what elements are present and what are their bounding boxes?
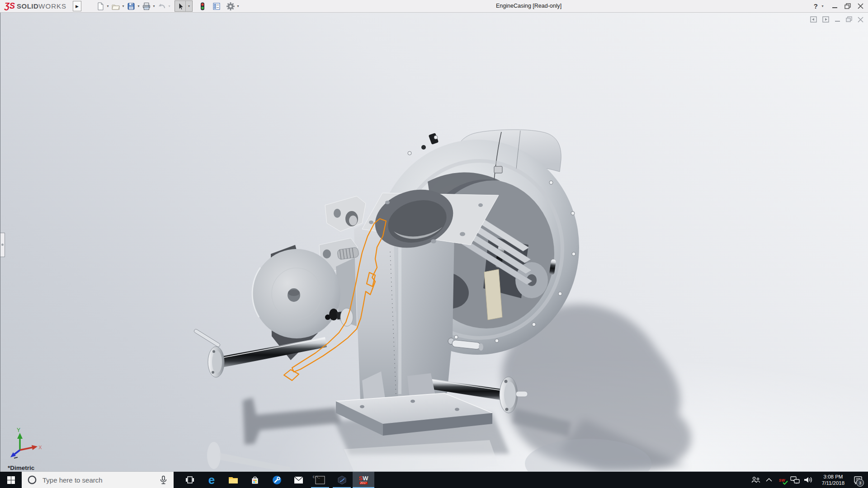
- taskbar-app-mail[interactable]: [288, 472, 309, 488]
- taskbar-app-admin-console[interactable]: [266, 472, 288, 488]
- graphics-viewport[interactable]: Y X *Dimetric: [0, 13, 868, 472]
- rebuild-button[interactable]: [197, 1, 208, 11]
- tray-clock[interactable]: 3:08 PM 7/11/2018: [816, 474, 850, 486]
- windows-logo-icon: [7, 476, 15, 484]
- triad-x-label: X: [38, 445, 42, 450]
- file-properties-icon: [212, 2, 221, 11]
- sw-icon-year: 2017: [359, 482, 368, 485]
- taskbar-app-store[interactable]: [244, 472, 266, 488]
- print-icon: [142, 2, 151, 11]
- tray-network-button[interactable]: [788, 472, 802, 488]
- command-prompt-glyph: C:\_: [313, 476, 320, 479]
- solidworks-logo: ƷS SOLID WORKS: [5, 1, 66, 11]
- tray-solidworks-monitor[interactable]: sw: [775, 472, 788, 488]
- pane-right-icon[interactable]: [822, 16, 829, 23]
- undo-icon: [157, 2, 166, 11]
- edge-icon: e: [208, 474, 215, 486]
- options-dropdown-caret[interactable]: ▾: [236, 4, 241, 8]
- taskbar-app-file-explorer[interactable]: [222, 472, 244, 488]
- save-button[interactable]: [126, 1, 136, 11]
- search-input[interactable]: [42, 476, 154, 484]
- cortana-icon: [27, 475, 37, 485]
- toolbar-group-new: ▾ ▾ ▾: [95, 1, 172, 11]
- window-controls: ? ▾: [814, 0, 863, 12]
- restore-button[interactable]: [844, 3, 851, 9]
- file-explorer-icon: [228, 475, 238, 484]
- taskbar-app-edge[interactable]: e: [201, 472, 222, 488]
- undo-dropdown-caret: ▾: [167, 4, 172, 8]
- new-document-button[interactable]: [95, 1, 105, 11]
- flyout-arrow-icon: ▶: [75, 4, 79, 9]
- tray-volume-button[interactable]: [802, 472, 815, 488]
- taskbar-app-dev-tool[interactable]: [331, 472, 353, 488]
- ds-logo-mark-icon: ƷS: [5, 1, 15, 11]
- select-tool-button-active[interactable]: [175, 1, 185, 11]
- tray-chevron-button[interactable]: [762, 472, 775, 488]
- gear-icon: [226, 2, 235, 11]
- title-bar: ƷS SOLID WORKS ▶ ▾ ▾: [0, 0, 868, 13]
- new-dropdown-caret[interactable]: ▾: [105, 4, 110, 8]
- taskbar-app-command-prompt[interactable]: C:\_: [309, 472, 331, 488]
- logo-text-solid: SOLID: [17, 2, 38, 10]
- open-dropdown-caret[interactable]: ▾: [121, 4, 126, 8]
- select-dropdown-caret[interactable]: ▾: [185, 1, 192, 11]
- taskbar-search-box[interactable]: [22, 472, 174, 488]
- tray-time: 3:08 PM: [816, 474, 850, 480]
- system-tray: sw 3:08 PM 7/11/2018: [749, 472, 868, 488]
- view-orientation-label: *Dimetric: [8, 465, 34, 471]
- orientation-triad: Y X: [3, 427, 45, 461]
- feature-manager-collapsed-tab[interactable]: [0, 233, 5, 257]
- logo-text-works: WORKS: [38, 2, 66, 10]
- document-window-controls: [810, 16, 863, 23]
- select-tool-group: ▾: [175, 0, 193, 12]
- network-icon: [790, 476, 800, 484]
- tab-grip-dot: [1, 244, 4, 246]
- taskbar-app-solidworks-active[interactable]: SW 2017: [353, 472, 374, 488]
- solidworks-2017-icon: SW 2017: [359, 475, 368, 485]
- microphone-icon[interactable]: [159, 475, 168, 485]
- wrench-circle-icon: [272, 475, 282, 485]
- undo-button-disabled: [156, 1, 167, 11]
- speaker-icon: [803, 476, 813, 484]
- triad-y-label: Y: [17, 427, 20, 433]
- save-dropdown-caret[interactable]: ▾: [136, 4, 141, 8]
- doc-minimize-button[interactable]: [835, 16, 840, 23]
- action-center-button[interactable]: 3: [852, 472, 865, 488]
- taskbar-app-task-view[interactable]: [179, 472, 201, 488]
- window-title: EngineCasing [Read-only]: [496, 3, 561, 9]
- new-document-icon: [96, 2, 105, 11]
- open-button[interactable]: [110, 1, 121, 11]
- hexagon-tool-icon: [337, 475, 347, 485]
- engine-casing-3d-model[interactable]: [0, 13, 868, 472]
- sw-icon-s: S: [359, 475, 363, 482]
- chevron-up-icon: [765, 478, 773, 482]
- save-floppy-icon: [127, 2, 136, 11]
- notification-badge: 3: [856, 479, 864, 487]
- tray-people-button[interactable]: [749, 472, 762, 488]
- help-dropdown-caret[interactable]: ▾: [820, 4, 825, 8]
- help-button[interactable]: ?: [814, 2, 818, 10]
- sw-icon-w: W: [363, 475, 368, 482]
- pane-left-icon[interactable]: [810, 16, 817, 23]
- task-view-icon: [185, 475, 194, 484]
- close-button[interactable]: [858, 3, 863, 9]
- print-button[interactable]: [141, 1, 151, 11]
- mail-icon: [294, 476, 303, 484]
- doc-restore-button[interactable]: [846, 16, 852, 23]
- options-button[interactable]: [225, 1, 236, 11]
- cursor-arrow-icon: [176, 2, 185, 11]
- store-icon: [250, 475, 259, 485]
- print-dropdown-caret[interactable]: ▾: [151, 4, 156, 8]
- traffic-light-icon: [198, 2, 207, 11]
- tray-date: 7/11/2018: [816, 480, 850, 486]
- doc-close-button[interactable]: [858, 17, 863, 23]
- windows-taskbar: e C:\_: [0, 472, 868, 488]
- file-properties-button[interactable]: [211, 1, 222, 11]
- people-icon: [751, 476, 760, 484]
- open-folder-icon: [111, 2, 120, 11]
- menu-flyout-button[interactable]: ▶: [73, 1, 81, 11]
- minimize-button[interactable]: [832, 3, 838, 9]
- start-button[interactable]: [0, 472, 22, 488]
- green-check-icon: [783, 480, 788, 485]
